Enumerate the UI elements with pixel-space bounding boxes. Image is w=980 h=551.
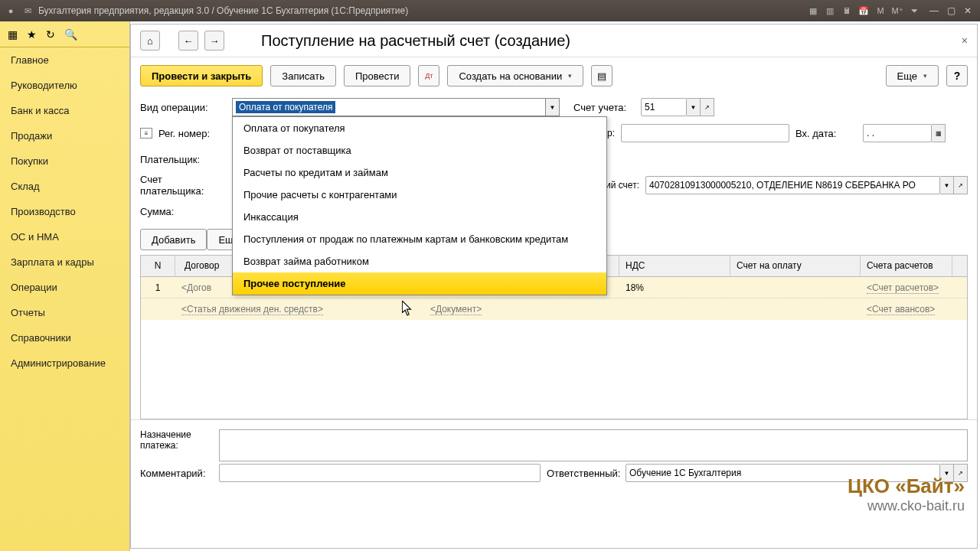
home-button[interactable]: ⌂	[140, 31, 160, 51]
sidebar-item[interactable]: Продажи	[0, 123, 129, 148]
table-row[interactable]: <Статья движения ден. средств> <Документ…	[141, 298, 967, 320]
resp-input[interactable]: Обучение 1С Бухгалтерия	[626, 464, 940, 482]
cell-n: 1	[141, 279, 175, 297]
dropdown-item[interactable]: Расчеты по кредитам и займам	[233, 161, 606, 184]
chevron-down-icon[interactable]: ▼	[940, 176, 954, 194]
tb-tool-icon[interactable]: 🖩	[841, 5, 853, 17]
cell-document[interactable]: <Документ>	[430, 304, 482, 315]
reg-label: Рег. номер:	[158, 128, 227, 139]
comment-input[interactable]	[219, 464, 541, 482]
col-invoice: Счет на оплату	[730, 256, 861, 276]
resp-label: Ответственный:	[547, 468, 619, 479]
sidebar-item[interactable]: Администрирование	[0, 350, 129, 376]
post-button[interactable]: Провести	[344, 65, 411, 86]
op-type-dropdown: Оплата от покупателя Возврат от поставщи…	[232, 116, 607, 295]
menu-icon[interactable]: ▦	[8, 28, 18, 41]
minimize-icon[interactable]: —	[926, 5, 942, 16]
tb-tool-icon[interactable]: ▦	[807, 5, 819, 17]
op-type-value: Оплата от покупателя	[236, 101, 335, 113]
chevron-down-icon[interactable]: ▼	[546, 98, 560, 116]
back-button[interactable]: ←	[178, 31, 198, 51]
sidebar-item[interactable]: Склад	[0, 174, 129, 199]
in-date-input[interactable]: . .	[863, 124, 932, 142]
payer-acct-label: Счет плательщика:	[140, 174, 226, 197]
page-title: Поступление на расчетный счет (создание)	[261, 32, 570, 50]
sidebar-item[interactable]: Покупки	[0, 148, 129, 174]
maximize-icon[interactable]: ▢	[943, 5, 959, 16]
sidebar-item[interactable]: Главное	[0, 47, 129, 73]
sidebar-item[interactable]: Справочники	[0, 325, 129, 350]
title-bar: ● ✉ Бухгалтерия предприятия, редакция 3.…	[0, 0, 980, 21]
in-date-label: Вх. дата:	[795, 128, 857, 139]
purpose-textarea[interactable]	[219, 429, 968, 461]
comment-label: Комментарий:	[140, 468, 213, 479]
sidebar-top: ▦ ★ ↻ 🔍	[0, 21, 129, 47]
tb-tool-icon[interactable]: ⏷	[908, 5, 920, 17]
forward-button[interactable]: →	[204, 31, 224, 51]
cell-vat[interactable]: 18%	[619, 279, 730, 297]
tb-tool-icon[interactable]: 📅	[858, 5, 870, 17]
open-icon[interactable]: ↗	[954, 464, 968, 482]
window-title: Бухгалтерия предприятия, редакция 3.0 / …	[38, 5, 408, 16]
cell-acct2[interactable]: <Счет авансов>	[861, 300, 952, 318]
dropdown-item[interactable]: Поступления от продаж по платежным карта…	[233, 228, 606, 250]
reg-icon: ≡	[140, 128, 152, 139]
sidebar-item[interactable]: Отчеты	[0, 300, 129, 325]
close-icon[interactable]: ✕	[960, 5, 975, 16]
dropdown-item[interactable]: Прочие расчеты с контрагентами	[233, 184, 606, 206]
in-num-suffix: р:	[607, 128, 615, 139]
cell-contract[interactable]: <Догов	[175, 279, 221, 297]
purpose-label: Назначение	[140, 429, 213, 440]
sidebar-item[interactable]: Руководителю	[0, 73, 129, 98]
chevron-down-icon[interactable]: ▼	[687, 98, 701, 116]
dropdown-item[interactable]: Оплата от покупателя	[233, 117, 606, 139]
our-acct-label: ий счет:	[606, 180, 639, 191]
sidebar-item[interactable]: Производство	[0, 199, 129, 224]
col-accounts: Счета расчетов	[861, 256, 952, 276]
our-acct-input[interactable]: 40702810913000005210, ОТДЕЛЕНИЕ N8619 СБ…	[645, 176, 940, 194]
op-type-label: Вид операции:	[140, 102, 226, 113]
main-pane: ⌂ ← → Поступление на расчетный счет (соз…	[130, 24, 978, 549]
mail-icon: ✉	[21, 5, 34, 17]
sidebar-item[interactable]: Банк и касса	[0, 98, 129, 123]
create-based-button[interactable]: Создать на основании	[447, 65, 583, 86]
dtkt-button[interactable]: Дт	[418, 65, 439, 86]
sidebar-item[interactable]: Зарплата и кадры	[0, 249, 129, 275]
close-page-icon[interactable]: ×	[962, 34, 968, 47]
payer-label: Плательщик:	[140, 154, 226, 165]
cell-acct1[interactable]: <Счет расчетов>	[861, 279, 952, 297]
chevron-down-icon[interactable]: ▼	[940, 464, 954, 482]
help-button[interactable]: ?	[946, 65, 968, 86]
open-icon[interactable]: ↗	[701, 98, 714, 116]
dropdown-item[interactable]: Прочее поступление	[233, 272, 606, 295]
post-close-button[interactable]: Провести и закрыть	[140, 65, 263, 86]
doc-icon-button[interactable]: ▤	[591, 65, 612, 86]
app-icon: ●	[5, 5, 17, 17]
add-button[interactable]: Добавить	[140, 229, 207, 250]
save-button[interactable]: Записать	[270, 65, 336, 86]
tb-tool-icon[interactable]: M⁺	[891, 5, 903, 17]
sidebar-item[interactable]: Операции	[0, 275, 129, 300]
history-icon[interactable]: ↻	[46, 28, 55, 41]
sidebar-item[interactable]: ОС и НМА	[0, 224, 129, 249]
op-type-combo[interactable]: Оплата от покупателя ▼ Оплата от покупат…	[232, 98, 560, 116]
dropdown-item[interactable]: Инкассация	[233, 206, 606, 228]
dropdown-item[interactable]: Возврат от поставщика	[233, 139, 606, 161]
calendar-icon[interactable]: ▦	[932, 124, 946, 142]
more-button[interactable]: Еще	[886, 65, 939, 86]
sum-label: Сумма:	[140, 206, 226, 217]
tb-tool-icon[interactable]: M	[874, 5, 887, 17]
open-icon[interactable]: ↗	[954, 176, 968, 194]
cell-article[interactable]: <Статья движения ден. средств>	[181, 304, 323, 315]
acct-input[interactable]: 51	[641, 98, 687, 116]
search-icon[interactable]: 🔍	[64, 28, 77, 41]
nav-sidebar: ▦ ★ ↻ 🔍 Главное Руководителю Банк и касс…	[0, 21, 130, 551]
col-n: N	[141, 256, 175, 276]
acct-label: Счет учета:	[573, 102, 635, 113]
col-vat: НДС	[619, 256, 730, 276]
purpose-label: платежа:	[140, 440, 213, 451]
dropdown-item[interactable]: Возврат займа работником	[233, 250, 606, 272]
star-icon[interactable]: ★	[27, 28, 37, 41]
in-num-input[interactable]	[621, 124, 789, 142]
tb-tool-icon[interactable]: ▥	[824, 5, 836, 17]
